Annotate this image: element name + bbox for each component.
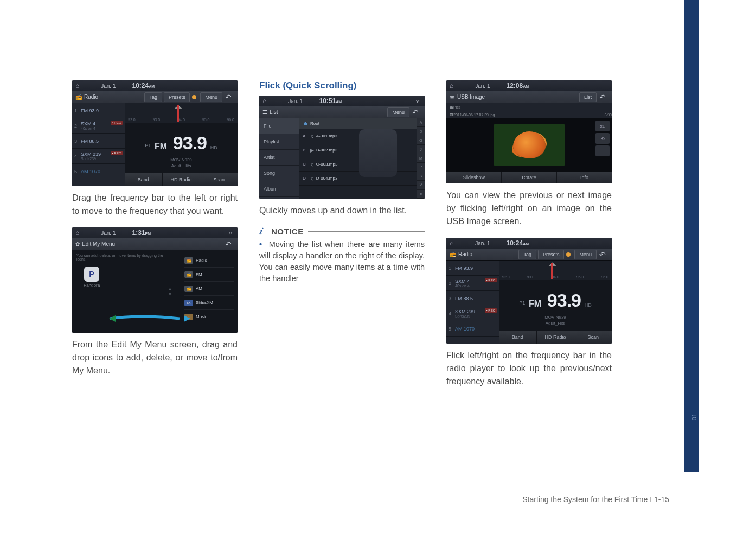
info-button[interactable]: Info	[557, 172, 612, 183]
rotate-button[interactable]: ⟲	[595, 133, 610, 144]
slideshow-button[interactable]: Slideshow	[446, 172, 502, 183]
frequency-needle[interactable]	[177, 105, 179, 122]
band-button[interactable]: Band	[125, 173, 163, 186]
band-button[interactable]: Band	[499, 331, 537, 344]
preset-row[interactable]: 3FM 88.5	[72, 134, 125, 149]
root-header[interactable]: 🖿Root	[299, 118, 417, 129]
home-icon[interactable]: ⌂	[262, 97, 266, 105]
preset-row[interactable]: 2SXM 440s on 4• REC	[72, 118, 125, 134]
home-icon[interactable]: ⌂	[450, 239, 453, 247]
breadcrumb: 🖿 Pics	[446, 103, 612, 111]
hd-radio-button[interactable]: HD Radio	[163, 173, 201, 186]
file-list[interactable]: 🖿Root A♫A-001.mp3 B▶B-002.mp3 C♫C-003.mp…	[299, 118, 417, 199]
home-icon[interactable]: ⌂	[450, 82, 453, 90]
status-bar: ⌂ Jan. 1 12:08AM	[446, 80, 612, 91]
status-time: 1:31PM	[132, 229, 151, 237]
list-item[interactable]: 📻AM	[184, 282, 234, 296]
home-icon[interactable]: ⌂	[75, 82, 79, 90]
preset-row[interactable]: 3FM 88.5	[446, 291, 499, 306]
list-button[interactable]: List	[579, 92, 597, 102]
preset-row[interactable]: 1FM 93.9	[446, 261, 499, 276]
scan-button[interactable]: Scan	[200, 173, 238, 186]
menu-tab[interactable]: Menu	[200, 92, 222, 102]
notice-header: 𝒊 NOTICE	[259, 226, 425, 237]
frequency-bar[interactable]: 92.0 93.0 94.0 95.0 96.0	[499, 261, 612, 280]
list-item[interactable]: B▶B-002.mp3	[299, 143, 417, 157]
zoom-button[interactable]: x1	[595, 121, 610, 131]
home-icon[interactable]: ⌂	[75, 229, 79, 237]
screen-title: List	[270, 109, 278, 115]
presets-tab[interactable]: Presets	[538, 250, 565, 259]
frequency-bar[interactable]: 92.0 93.0 94.0 95.0 96.0	[125, 103, 238, 123]
page-footer: Starting the System for the First Time I…	[522, 495, 669, 504]
list-item[interactable]: sxSiriusXM	[184, 296, 234, 310]
manual-page: 01 ⌂ Jan. 1 10:24AM 📻 Radio Tag Presets	[0, 0, 756, 558]
preset-row[interactable]: 4SXM 239Sprts239• REC	[446, 306, 499, 321]
scroll-arrows-icon[interactable]: ▴▾	[169, 286, 171, 297]
menu-button[interactable]: Menu	[387, 107, 409, 117]
preset-row[interactable]: 5AM 1070	[72, 164, 125, 179]
minus-button[interactable]: −	[595, 145, 610, 156]
draggable-app-icon[interactable]: P Pandora	[76, 267, 107, 288]
status-bar: ⌂ Jan. 1 1:31PM ᯤ	[72, 227, 238, 238]
sidebar-item-song[interactable]: Song	[259, 166, 299, 181]
frequency-display: P1 FM 93.9 HD	[499, 280, 612, 314]
radio-title-bar: 📻 Radio Tag Presets Menu ↶	[446, 249, 612, 261]
alpha-index[interactable]: A D G J M P S V #	[417, 118, 425, 199]
tag-tab[interactable]: Tag	[518, 250, 536, 259]
back-icon[interactable]: ↶	[597, 250, 608, 259]
radio-icon: 📻	[450, 251, 456, 257]
frequency-needle[interactable]	[551, 263, 553, 279]
list-item[interactable]: ♪Music	[184, 310, 234, 324]
status-bar: ⌂ Jan. 1 10:51AM ᯤ	[259, 96, 425, 106]
scroll-handler[interactable]	[359, 129, 397, 177]
radio-main: 92.0 93.0 94.0 95.0 96.0 P1 FM 93.9 HD	[499, 261, 612, 344]
sidebar-item-artist[interactable]: Artist	[259, 150, 299, 166]
preset-row[interactable]: 2SXM 440s on 4• REC	[446, 276, 499, 291]
back-icon[interactable]: ↶	[409, 108, 421, 117]
sidebar-item-playlist[interactable]: Playlist	[259, 134, 299, 150]
list-icon: ☰	[262, 109, 267, 115]
notice-icon: 𝒊	[259, 226, 268, 237]
screen-title: Radio	[84, 94, 98, 100]
wifi-icon: ᯤ	[228, 230, 234, 236]
status-time: 10:24AM	[132, 82, 155, 90]
list-item[interactable]: D♫D-004.mp3	[299, 172, 417, 186]
preset-row[interactable]: 5AM 1070	[446, 321, 499, 337]
status-time: 12:08AM	[507, 82, 529, 90]
back-icon[interactable]: ↶	[222, 93, 234, 102]
presets-tab[interactable]: Presets	[164, 92, 190, 102]
back-icon[interactable]: ↶	[222, 240, 234, 249]
wifi-icon: ᯤ	[415, 98, 421, 104]
menu-tab[interactable]: Menu	[574, 250, 597, 259]
tag-tab[interactable]: Tag	[144, 92, 162, 102]
scan-button[interactable]: Scan	[574, 331, 612, 344]
sidebar-item-file[interactable]: File	[259, 118, 299, 134]
radio-title-bar: 📻 Radio Tag Presets Menu ↶	[72, 91, 238, 103]
radio-caption: Drag the frequency bar to the left or ri…	[72, 192, 238, 218]
back-icon[interactable]: ↶	[597, 93, 608, 102]
preset-row[interactable]: 1FM 93.9	[72, 103, 125, 118]
list-item[interactable]: 📻FM	[184, 268, 234, 282]
screen-title: Edit My Menu	[82, 241, 115, 247]
sidebar-item-album[interactable]: Album	[259, 181, 299, 197]
editmenu-body: You can add, delete, or move items by dr…	[72, 250, 238, 333]
list-item[interactable]: 📻Radio	[184, 253, 234, 268]
traffic-indicator-icon	[192, 95, 196, 99]
rotate-button[interactable]: Rotate	[502, 172, 557, 183]
list-item[interactable]: C♫C-003.mp3	[299, 157, 417, 172]
breadcrumb-file: 🖼 2011-06-06 17.07.39.jpg 3/99	[446, 111, 612, 118]
radio-bottom-bar: Band HD Radio Scan	[499, 331, 612, 344]
gear-icon: ✿	[75, 241, 80, 247]
radio-body: 1FM 93.9 2SXM 440s on 4• REC 3FM 88.5 4S…	[446, 261, 612, 344]
list-item[interactable]: A♫A-001.mp3	[299, 129, 417, 143]
divider	[259, 290, 425, 290]
image-viewer[interactable]: x1 ⟲ −	[446, 118, 612, 172]
note-icon: ♫	[310, 162, 314, 167]
usb-body: 🖿 Pics 🖼 2011-06-06 17.07.39.jpg 3/99 x1…	[446, 103, 612, 183]
pandora-icon[interactable]: P	[84, 267, 99, 282]
radio-body: 1FM 93.9 2SXM 440s on 4• REC 3FM 88.5 4S…	[72, 103, 238, 186]
preset-row[interactable]: 4SXM 239Sprts239• REC	[72, 149, 125, 164]
hd-radio-button[interactable]: HD Radio	[537, 331, 575, 344]
station-info: MOVIN939 Adult_Hits	[125, 157, 238, 173]
